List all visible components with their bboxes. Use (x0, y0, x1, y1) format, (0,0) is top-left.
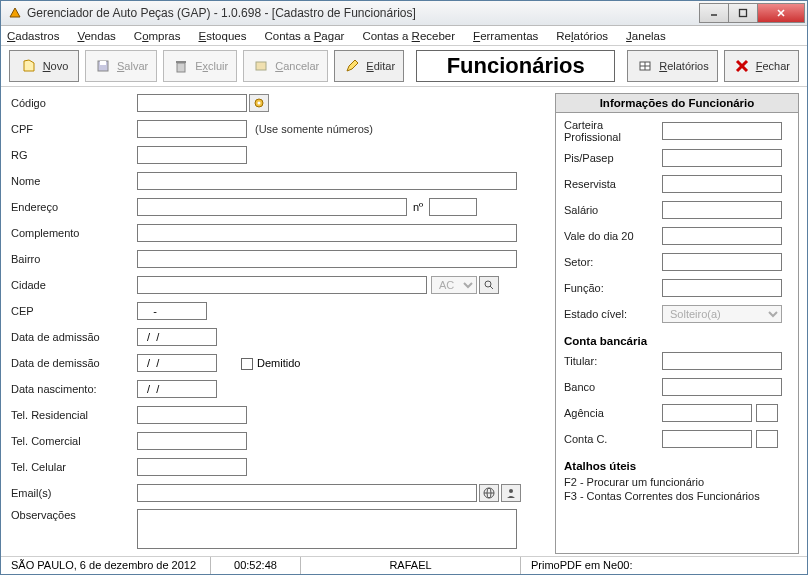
codigo-lookup-button[interactable] (249, 94, 269, 112)
tel-res-field[interactable] (137, 406, 247, 424)
cidade-lookup-button[interactable] (479, 276, 499, 294)
toolbar: Novo Salvar Excluir Cancelar Editar Func… (1, 46, 807, 87)
edit-button[interactable]: Editar (334, 50, 404, 82)
estado-civil-select[interactable]: Solteiro(a) (662, 305, 782, 323)
edit-icon (343, 57, 361, 75)
form-area: Código CPF (Use somente números) RG Nome (1, 87, 807, 556)
search-icon (484, 280, 494, 290)
menubar: Cadastros Vendas Compras Estoques Contas… (1, 26, 807, 46)
menu-vendas[interactable]: Vendas (77, 30, 115, 42)
numero-field[interactable] (429, 198, 477, 216)
cancel-button[interactable]: Cancelar (243, 50, 328, 82)
conta-field[interactable] (662, 430, 752, 448)
globe-icon (483, 487, 495, 499)
admissao-label: Data de admissão (9, 331, 137, 343)
menu-compras[interactable]: Compras (134, 30, 181, 42)
titlebar: Gerenciador de Auto Peças (GAP) - 1.0.69… (1, 1, 807, 26)
demissao-field[interactable] (137, 354, 217, 372)
setor-field[interactable] (662, 253, 782, 271)
app-icon (7, 5, 23, 21)
app-window: Gerenciador de Auto Peças (GAP) - 1.0.69… (0, 0, 808, 575)
endereco-field[interactable] (137, 198, 407, 216)
emails-field[interactable] (137, 484, 477, 502)
close-form-button[interactable]: Fechar (724, 50, 799, 82)
nascimento-field[interactable] (137, 380, 217, 398)
delete-button[interactable]: Excluir (163, 50, 237, 82)
emails-label: Email(s) (9, 487, 137, 499)
email-user-button[interactable] (501, 484, 521, 502)
menu-ferramentas[interactable]: Ferramentas (473, 30, 538, 42)
svg-point-21 (509, 489, 513, 493)
codigo-field[interactable] (137, 94, 247, 112)
status-printer: PrimoPDF em Ne00: (521, 557, 807, 574)
menu-contas-pagar[interactable]: Contas a Pagar (264, 30, 344, 42)
complemento-field[interactable] (137, 224, 517, 242)
nome-label: Nome (9, 175, 137, 187)
shortcut-f3: F3 - Contas Correntes dos Funcionários (564, 490, 792, 502)
reservista-field[interactable] (662, 175, 782, 193)
obs-field[interactable] (137, 509, 517, 549)
conta-digit-field[interactable] (756, 430, 778, 448)
banco-field[interactable] (662, 378, 782, 396)
reports-button[interactable]: Relatórios (627, 50, 718, 82)
nome-field[interactable] (137, 172, 517, 190)
pis-field[interactable] (662, 149, 782, 167)
reservista-label: Reservista (562, 178, 662, 190)
cpf-field[interactable] (137, 120, 247, 138)
menu-contas-receber[interactable]: Contas a Receber (362, 30, 455, 42)
cancel-icon (252, 57, 270, 75)
menu-relatorios[interactable]: Relatórios (556, 30, 608, 42)
status-user: RAFAEL (301, 557, 521, 574)
status-time: 00:52:48 (211, 557, 301, 574)
minimize-button[interactable] (699, 3, 729, 23)
info-panel: Informações do Funcionário Carteira Prof… (555, 93, 799, 554)
save-button[interactable]: Salvar (85, 50, 157, 82)
bairro-field[interactable] (137, 250, 517, 268)
setor-label: Setor: (562, 256, 662, 268)
salario-field[interactable] (662, 201, 782, 219)
funcao-label: Função: (562, 282, 662, 294)
tel-com-field[interactable] (137, 432, 247, 450)
cep-field[interactable] (137, 302, 207, 320)
nascimento-label: Data nascimento: (9, 383, 137, 395)
close-button[interactable] (757, 3, 805, 23)
menu-estoques[interactable]: Estoques (198, 30, 246, 42)
funcao-field[interactable] (662, 279, 782, 297)
rg-field[interactable] (137, 146, 247, 164)
main-form: Código CPF (Use somente números) RG Nome (9, 93, 547, 554)
demissao-label: Data de demissão (9, 357, 137, 369)
cidade-field[interactable] (137, 276, 427, 294)
maximize-button[interactable] (728, 3, 758, 23)
window-title: Gerenciador de Auto Peças (GAP) - 1.0.69… (27, 6, 700, 20)
menu-janelas[interactable]: Janelas (626, 30, 666, 42)
agencia-digit-field[interactable] (756, 404, 778, 422)
carteira-field[interactable] (662, 122, 782, 140)
shortcuts-header: Atalhos úteis (564, 460, 792, 472)
menu-cadastros[interactable]: Cadastros (7, 30, 59, 42)
info-panel-header: Informações do Funcionário (556, 94, 798, 113)
svg-rect-6 (177, 63, 185, 72)
complemento-label: Complemento (9, 227, 137, 239)
titular-field[interactable] (662, 352, 782, 370)
tel-com-label: Tel. Comercial (9, 435, 137, 447)
new-button[interactable]: Novo (9, 50, 79, 82)
cidade-label: Cidade (9, 279, 137, 291)
pis-label: Pis/Pasep (562, 152, 662, 164)
uf-select[interactable]: AC (431, 276, 477, 294)
tel-cel-field[interactable] (137, 458, 247, 476)
codigo-label: Código (9, 97, 137, 109)
demitido-checkbox[interactable]: Demitido (241, 357, 300, 370)
titular-label: Titular: (562, 355, 662, 367)
admissao-field[interactable] (137, 328, 217, 346)
agencia-field[interactable] (662, 404, 752, 422)
carteira-label: Carteira Profissional (562, 119, 662, 143)
conta-label: Conta C. (562, 433, 662, 445)
estado-civil-label: Estado cível: (562, 308, 662, 320)
bairro-label: Bairro (9, 253, 137, 265)
email-globe-button[interactable] (479, 484, 499, 502)
salario-label: Salário (562, 204, 662, 216)
vale-field[interactable] (662, 227, 782, 245)
shortcut-f2: F2 - Procurar um funcionário (564, 476, 792, 488)
close-icon (733, 57, 751, 75)
statusbar: SÃO PAULO, 6 de dezembro de 2012 00:52:4… (1, 556, 807, 574)
